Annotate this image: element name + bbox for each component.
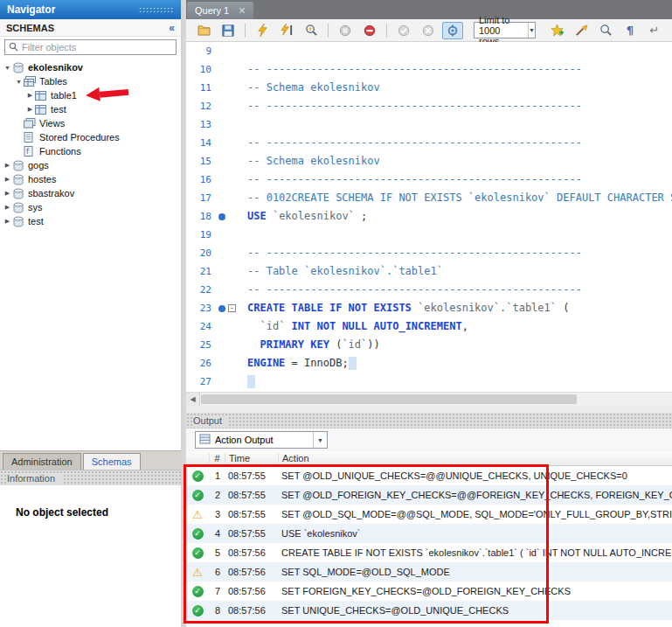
- row-action: SET SQL_MODE=@OLD_SQL_MODE: [278, 567, 672, 577]
- code-line[interactable]: 12-- -----------------------------------…: [186, 97, 672, 115]
- toggle-stop-on-error-icon[interactable]: [359, 22, 380, 39]
- code-line[interactable]: 10-- -----------------------------------…: [186, 60, 672, 79]
- code-line[interactable]: 14-- -----------------------------------…: [186, 134, 672, 152]
- code-line[interactable]: 19: [186, 226, 672, 244]
- code-text: CREATE TABLE IF NOT EXISTS `ekolesnikov`…: [239, 299, 569, 317]
- code-line[interactable]: 17-- 0102CREATE SCHEMA IF NOT EXISTS `ek…: [186, 189, 672, 207]
- tree-item-label[interactable]: Views: [39, 118, 65, 129]
- scroll-left-icon[interactable]: ◀: [186, 393, 200, 406]
- procedures-icon: [24, 132, 37, 143]
- tree-row[interactable]: fFunctions: [0, 144, 181, 158]
- tree-item-label[interactable]: Functions: [39, 146, 81, 157]
- output-row[interactable]: ⚠308:57:55SET @OLD_SQL_MODE=@@SQL_MODE, …: [186, 505, 672, 524]
- tree-row[interactable]: ▼Tables: [0, 74, 181, 88]
- tab-query-1[interactable]: Query 1 ✕: [187, 2, 253, 19]
- code-line[interactable]: 26ENGINE = InnoDB;: [186, 354, 672, 373]
- tree-row[interactable]: ▼ekolesnikov: [0, 60, 181, 74]
- output-row[interactable]: ✓208:57:55SET @OLD_FOREIGN_KEY_CHECKS=@@…: [186, 485, 672, 505]
- chevron-right-icon[interactable]: ▶: [3, 162, 12, 169]
- save-snippet-icon[interactable]: [546, 22, 567, 39]
- scrollbar-thumb[interactable]: [201, 394, 577, 404]
- chevron-right-icon[interactable]: ▶: [25, 106, 35, 113]
- code-line[interactable]: 27: [186, 373, 672, 391]
- sql-editor[interactable]: 910-- ----------------------------------…: [186, 42, 672, 392]
- chevron-right-icon[interactable]: ▶: [3, 218, 12, 225]
- code-line[interactable]: 22-- -----------------------------------…: [186, 281, 672, 299]
- output-row[interactable]: ✓708:57:56SET FOREIGN_KEY_CHECKS=@OLD_FO…: [186, 582, 672, 601]
- chevron-right-icon[interactable]: ▶: [3, 176, 12, 183]
- tree-item-label[interactable]: Tables: [39, 76, 67, 87]
- tree-item-label[interactable]: sys: [28, 202, 43, 212]
- code-token: (: [557, 302, 569, 314]
- beautify-icon[interactable]: [571, 22, 592, 39]
- code-token: ,: [462, 320, 468, 332]
- execute-current-icon[interactable]: [276, 22, 297, 39]
- schema-icon: [12, 174, 25, 185]
- code-line[interactable]: 23-CREATE TABLE IF NOT EXISTS `ekolesnik…: [186, 299, 672, 317]
- line-number: 19: [186, 226, 216, 244]
- tree-item-label[interactable]: Stored Procedures: [39, 132, 120, 143]
- output-row[interactable]: ✓508:57:56CREATE TABLE IF NOT EXISTS `ek…: [186, 543, 672, 562]
- fold-collapse-icon[interactable]: -: [228, 304, 236, 312]
- invisibles-icon[interactable]: ¶: [620, 22, 641, 39]
- filter-box[interactable]: [4, 39, 177, 55]
- line-number: 24: [186, 317, 216, 336]
- chevron-down-icon[interactable]: ▼: [14, 79, 24, 85]
- tree-row[interactable]: ▶test: [0, 214, 181, 228]
- commit-icon[interactable]: [393, 22, 414, 39]
- code-line[interactable]: 21-- Table `ekolesnikov`.`table1`: [186, 262, 672, 281]
- code-line[interactable]: 11-- Schema ekolesnikov: [186, 79, 672, 97]
- execute-icon[interactable]: [252, 22, 273, 39]
- code-line[interactable]: 9: [186, 42, 672, 60]
- editor-horizontal-scrollbar[interactable]: ◀: [186, 392, 672, 406]
- output-view-dropdown[interactable]: Action Output ▼: [195, 431, 328, 449]
- tree-row[interactable]: ▶hostes: [0, 172, 181, 186]
- tree-row[interactable]: Stored Procedures: [0, 130, 181, 144]
- stop-icon[interactable]: [335, 22, 356, 39]
- tree-item-label[interactable]: hostes: [28, 174, 56, 185]
- chevron-down-icon[interactable]: ▼: [3, 65, 12, 71]
- code-line[interactable]: 18USE `ekolesnikov` ;: [186, 207, 672, 226]
- output-row[interactable]: ⚠608:57:56SET SQL_MODE=@OLD_SQL_MODE: [186, 562, 672, 582]
- tree-item-label[interactable]: gogs: [28, 160, 49, 171]
- code-line[interactable]: 13: [186, 115, 672, 134]
- code-line[interactable]: 20-- -----------------------------------…: [186, 244, 672, 262]
- panel-splitter[interactable]: [186, 406, 672, 413]
- chevron-right-icon[interactable]: ▶: [25, 92, 35, 99]
- collapse-schemas-icon[interactable]: «: [169, 22, 175, 34]
- tree-row[interactable]: ▶sys: [0, 200, 181, 214]
- filter-input[interactable]: [22, 42, 172, 52]
- tree-item-label[interactable]: table1: [51, 90, 77, 101]
- code-line[interactable]: 15-- Schema ekolesnikov: [186, 152, 672, 171]
- tab-administration[interactable]: Administration: [3, 453, 81, 470]
- output-row[interactable]: ✓408:57:55USE `ekolesnikov`: [186, 524, 672, 543]
- output-row[interactable]: ✓108:57:55SET @OLD_UNIQUE_CHECKS=@@UNIQU…: [186, 466, 672, 485]
- tree-row[interactable]: ▶table1: [0, 88, 181, 102]
- tree-item-label[interactable]: sbastrakov: [28, 188, 74, 199]
- explain-icon[interactable]: [301, 22, 322, 39]
- output-row[interactable]: ✓808:57:56SET UNIQUE_CHECKS=@OLD_UNIQUE_…: [186, 601, 672, 620]
- rollback-icon[interactable]: [418, 22, 439, 39]
- limit-rows-dropdown[interactable]: Limit to 1000 rows ▼: [474, 22, 536, 38]
- close-tab-icon[interactable]: ✕: [238, 6, 246, 16]
- open-script-icon[interactable]: [193, 22, 214, 39]
- tree-row[interactable]: ▶gogs: [0, 158, 181, 172]
- save-script-icon[interactable]: [218, 22, 239, 39]
- toggle-autocommit-icon[interactable]: [442, 22, 463, 39]
- chevron-right-icon[interactable]: ▶: [3, 204, 12, 211]
- selection-block: [349, 357, 357, 370]
- wrap-icon[interactable]: ↵: [644, 22, 665, 39]
- tree-item-label[interactable]: ekolesnikov: [28, 62, 83, 73]
- chevron-right-icon[interactable]: ▶: [3, 190, 12, 197]
- tree-row[interactable]: ▶sbastrakov: [0, 186, 181, 200]
- code-line[interactable]: 24 `id` INT NOT NULL AUTO_INCREMENT,: [186, 317, 672, 336]
- code-line[interactable]: 25 PRIMARY KEY (`id`)): [186, 336, 672, 354]
- tab-schemas[interactable]: Schemas: [83, 453, 141, 470]
- tree-item-label[interactable]: test: [51, 104, 66, 115]
- tree-row[interactable]: Views: [0, 116, 181, 130]
- code-line[interactable]: 16-- -----------------------------------…: [186, 171, 672, 189]
- tree-row[interactable]: ▶test: [0, 102, 181, 116]
- code-token: -- 0102CREATE SCHEMA IF NOT EXISTS `ekol…: [247, 192, 672, 204]
- find-icon[interactable]: [595, 22, 616, 39]
- tree-item-label[interactable]: test: [28, 216, 44, 226]
